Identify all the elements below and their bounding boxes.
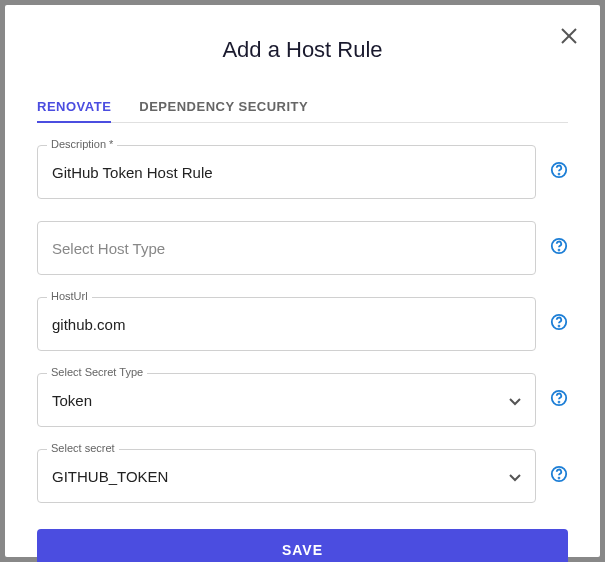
tab-dependency-security[interactable]: DEPENDENCY SECURITY <box>139 91 308 122</box>
secret-type-label: Select Secret Type <box>47 366 147 378</box>
close-button[interactable] <box>560 27 578 49</box>
hosturl-label: HostUrl <box>47 290 92 302</box>
tabs: RENOVATE DEPENDENCY SECURITY <box>37 91 568 123</box>
description-label: Description * <box>47 138 117 150</box>
secret-help[interactable] <box>550 465 568 487</box>
host-type-help[interactable] <box>550 237 568 259</box>
help-icon <box>550 237 568 255</box>
secret-label: Select secret <box>47 442 119 454</box>
help-icon <box>550 389 568 407</box>
hosturl-input[interactable] <box>37 297 536 351</box>
host-type-input[interactable] <box>37 221 536 275</box>
secret-type-select[interactable]: Token <box>37 373 536 427</box>
svg-point-9 <box>559 402 560 403</box>
svg-point-5 <box>559 250 560 251</box>
add-host-rule-modal: Add a Host Rule RENOVATE DEPENDENCY SECU… <box>5 5 600 557</box>
hosturl-help[interactable] <box>550 313 568 335</box>
svg-point-11 <box>559 478 560 479</box>
help-icon <box>550 313 568 331</box>
svg-point-3 <box>559 174 560 175</box>
chevron-down-icon <box>509 468 521 485</box>
help-icon <box>550 161 568 179</box>
save-button[interactable]: SAVE <box>37 529 568 562</box>
secret-type-value: Token <box>52 392 92 409</box>
modal-title: Add a Host Rule <box>37 37 568 63</box>
close-icon <box>560 27 578 45</box>
help-icon <box>550 465 568 483</box>
description-input[interactable] <box>37 145 536 199</box>
svg-point-7 <box>559 326 560 327</box>
form: Description * <box>37 145 568 503</box>
chevron-down-icon <box>509 392 521 409</box>
secret-select[interactable]: GITHUB_TOKEN <box>37 449 536 503</box>
tab-renovate[interactable]: RENOVATE <box>37 91 111 122</box>
secret-value: GITHUB_TOKEN <box>52 468 168 485</box>
secret-type-help[interactable] <box>550 389 568 411</box>
description-help[interactable] <box>550 161 568 183</box>
